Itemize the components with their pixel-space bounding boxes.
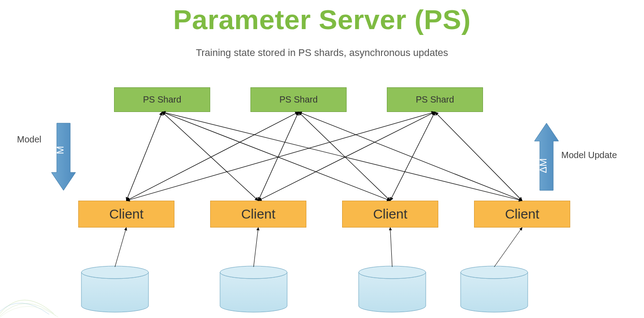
svg-point-15 (461, 266, 528, 279)
ps-shard-box: PS Shard (114, 87, 210, 112)
model-down-arrow-icon: M (51, 123, 76, 190)
ps-shard-box: PS Shard (387, 87, 483, 112)
svg-line-7 (299, 112, 522, 201)
svg-point-12 (81, 266, 148, 279)
decorative-swoosh (0, 300, 58, 317)
svg-text:ΔM: ΔM (538, 158, 549, 173)
data-cylinder-label: Data (220, 290, 287, 300)
svg-line-10 (390, 112, 435, 201)
slide-title: Parameter Server (PS) (0, 4, 644, 35)
svg-line-0 (127, 112, 162, 201)
model-update-up-arrow-icon: ΔM (534, 123, 559, 190)
svg-line-8 (127, 112, 435, 201)
data-cylinder-label: Data (359, 290, 426, 300)
svg-point-14 (359, 266, 426, 279)
data-cylinder-label: Data (81, 290, 148, 300)
svg-line-1 (162, 112, 258, 201)
ps-shard-box: PS Shard (250, 87, 347, 112)
client-box: Client (474, 201, 570, 228)
client-box: Client (210, 201, 306, 228)
svg-line-19 (494, 228, 522, 267)
svg-line-3 (162, 112, 522, 201)
svg-text:M: M (55, 146, 66, 154)
svg-line-16 (115, 228, 127, 267)
svg-point-13 (220, 266, 287, 279)
svg-line-18 (390, 228, 393, 267)
svg-line-9 (258, 112, 435, 201)
client-box: Client (342, 201, 438, 228)
svg-line-17 (254, 228, 258, 267)
svg-line-4 (127, 112, 299, 201)
svg-line-6 (299, 112, 390, 201)
model-label: Model (17, 134, 41, 145)
slide-subtitle: Training state stored in PS shards, asyn… (0, 47, 644, 59)
model-update-label: Model Update (561, 150, 617, 160)
svg-line-5 (258, 112, 299, 201)
client-box: Client (78, 201, 174, 228)
svg-line-11 (435, 112, 522, 201)
svg-line-2 (162, 112, 390, 201)
data-cylinder-label: Data (461, 290, 528, 300)
